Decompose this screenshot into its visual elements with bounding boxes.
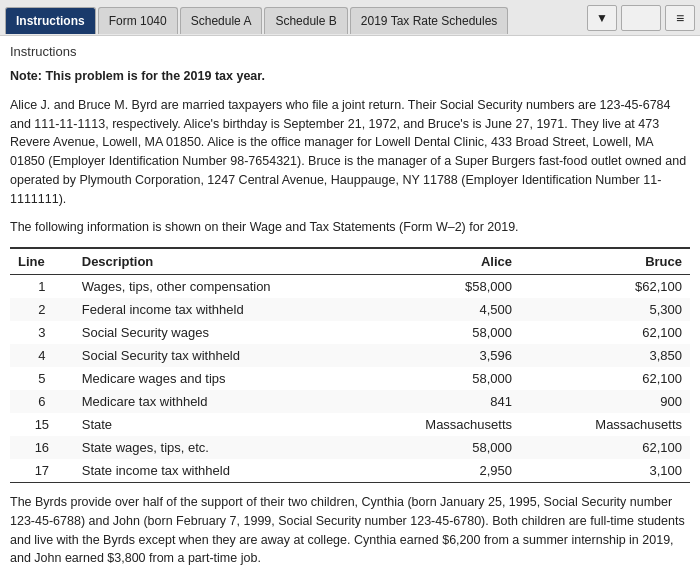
table-row: 5 Medicare wages and tips 58,000 62,100 (10, 367, 690, 390)
search-input[interactable] (621, 5, 661, 31)
cell-line: 2 (10, 298, 74, 321)
paragraph2: The following information is shown on th… (10, 218, 690, 237)
cell-line: 3 (10, 321, 74, 344)
cell-desc: Medicare wages and tips (74, 367, 350, 390)
content-area: Instructions Note: This problem is for t… (0, 36, 700, 575)
note-text: Note: This problem is for the 2019 tax y… (10, 67, 690, 86)
tab-form1040[interactable]: Form 1040 (98, 7, 178, 34)
cell-bruce: 62,100 (520, 367, 690, 390)
cell-desc: Medicare tax withheld (74, 390, 350, 413)
cell-bruce: Massachusetts (520, 413, 690, 436)
cell-line: 5 (10, 367, 74, 390)
cell-line: 1 (10, 275, 74, 299)
cell-desc: State income tax withheld (74, 459, 350, 483)
section-title: Instructions (10, 44, 690, 59)
table-row: 15 State Massachusetts Massachusetts (10, 413, 690, 436)
table-row: 2 Federal income tax withheld 4,500 5,30… (10, 298, 690, 321)
table-row: 6 Medicare tax withheld 841 900 (10, 390, 690, 413)
paragraph3: The Byrds provide over half of the suppo… (10, 493, 690, 568)
cell-line: 16 (10, 436, 74, 459)
cell-alice: 841 (350, 390, 520, 413)
cell-bruce: 3,100 (520, 459, 690, 483)
col-header-line: Line (10, 248, 74, 275)
cell-alice: 58,000 (350, 321, 520, 344)
cell-bruce: 5,300 (520, 298, 690, 321)
cell-alice: 58,000 (350, 367, 520, 390)
menu-button[interactable]: ≡ (665, 5, 695, 31)
cell-bruce: 900 (520, 390, 690, 413)
tab-instructions[interactable]: Instructions (5, 7, 96, 34)
cell-desc: Social Security wages (74, 321, 350, 344)
cell-bruce: 62,100 (520, 436, 690, 459)
table-row: 1 Wages, tips, other compensation $58,00… (10, 275, 690, 299)
cell-alice: Massachusetts (350, 413, 520, 436)
tab-taxrate[interactable]: 2019 Tax Rate Schedules (350, 7, 509, 34)
cell-line: 4 (10, 344, 74, 367)
cell-alice: 58,000 (350, 436, 520, 459)
cell-desc: Federal income tax withheld (74, 298, 350, 321)
cell-line: 17 (10, 459, 74, 483)
cell-alice: $58,000 (350, 275, 520, 299)
table-row: 17 State income tax withheld 2,950 3,100 (10, 459, 690, 483)
cell-line: 15 (10, 413, 74, 436)
cell-alice: 4,500 (350, 298, 520, 321)
cell-alice: 2,950 (350, 459, 520, 483)
cell-bruce: 3,850 (520, 344, 690, 367)
tab-controls: ▼ ≡ (587, 5, 695, 35)
table-row: 16 State wages, tips, etc. 58,000 62,100 (10, 436, 690, 459)
tab-bar: Instructions Form 1040 Schedule A Schedu… (0, 0, 700, 36)
cell-alice: 3,596 (350, 344, 520, 367)
cell-line: 6 (10, 390, 74, 413)
table-row: 4 Social Security tax withheld 3,596 3,8… (10, 344, 690, 367)
w2-table: Line Description Alice Bruce 1 Wages, ti… (10, 247, 690, 483)
cell-desc: State (74, 413, 350, 436)
tab-scheduleB[interactable]: Schedule B (264, 7, 347, 34)
cell-desc: State wages, tips, etc. (74, 436, 350, 459)
col-header-bruce: Bruce (520, 248, 690, 275)
cell-bruce: $62,100 (520, 275, 690, 299)
cell-desc: Wages, tips, other compensation (74, 275, 350, 299)
cell-desc: Social Security tax withheld (74, 344, 350, 367)
paragraph1: Alice J. and Bruce M. Byrd are married t… (10, 96, 690, 209)
cell-bruce: 62,100 (520, 321, 690, 344)
table-row: 3 Social Security wages 58,000 62,100 (10, 321, 690, 344)
dropdown-button[interactable]: ▼ (587, 5, 617, 31)
col-header-desc: Description (74, 248, 350, 275)
col-header-alice: Alice (350, 248, 520, 275)
tab-scheduleA[interactable]: Schedule A (180, 7, 263, 34)
